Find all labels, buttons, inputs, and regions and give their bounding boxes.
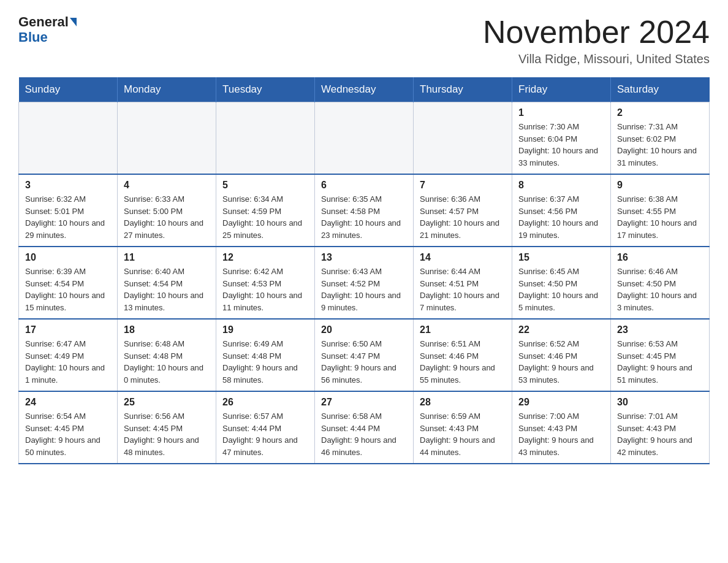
day-of-week-header: Monday <box>118 77 216 102</box>
calendar-cell: 29Sunrise: 7:00 AM Sunset: 4:43 PM Dayli… <box>512 391 611 464</box>
day-info: Sunrise: 6:48 AM Sunset: 4:48 PM Dayligh… <box>124 338 210 386</box>
day-info: Sunrise: 6:42 AM Sunset: 4:53 PM Dayligh… <box>222 266 308 313</box>
day-number: 19 <box>222 324 308 335</box>
calendar-week-row: 10Sunrise: 6:39 AM Sunset: 4:54 PM Dayli… <box>19 247 710 319</box>
calendar-cell: 19Sunrise: 6:49 AM Sunset: 4:48 PM Dayli… <box>216 319 315 391</box>
day-info: Sunrise: 6:32 AM Sunset: 5:01 PM Dayligh… <box>25 193 111 241</box>
day-number: 8 <box>518 180 604 191</box>
calendar-cell <box>118 102 216 175</box>
page-header: General Blue November 2024 Villa Ridge, … <box>18 15 710 66</box>
day-number: 17 <box>25 324 111 335</box>
day-number: 16 <box>617 252 703 263</box>
calendar-cell: 8Sunrise: 6:37 AM Sunset: 4:56 PM Daylig… <box>512 174 611 247</box>
calendar-cell: 9Sunrise: 6:38 AM Sunset: 4:55 PM Daylig… <box>611 174 710 247</box>
day-info: Sunrise: 6:37 AM Sunset: 4:56 PM Dayligh… <box>518 193 604 241</box>
day-number: 26 <box>222 397 308 408</box>
day-number: 25 <box>124 397 210 408</box>
day-of-week-header: Tuesday <box>216 77 315 102</box>
calendar-cell: 6Sunrise: 6:35 AM Sunset: 4:58 PM Daylig… <box>315 174 414 247</box>
calendar-cell: 23Sunrise: 6:53 AM Sunset: 4:45 PM Dayli… <box>611 319 710 391</box>
day-info: Sunrise: 6:45 AM Sunset: 4:50 PM Dayligh… <box>518 266 604 313</box>
calendar-cell: 25Sunrise: 6:56 AM Sunset: 4:45 PM Dayli… <box>118 391 216 464</box>
calendar-cell: 20Sunrise: 6:50 AM Sunset: 4:47 PM Dayli… <box>315 319 414 391</box>
day-number: 27 <box>321 397 407 408</box>
day-number: 29 <box>518 397 604 408</box>
calendar-week-row: 1Sunrise: 7:30 AM Sunset: 6:04 PM Daylig… <box>19 102 710 175</box>
day-info: Sunrise: 7:31 AM Sunset: 6:02 PM Dayligh… <box>617 121 703 169</box>
day-info: Sunrise: 6:53 AM Sunset: 4:45 PM Dayligh… <box>617 338 703 386</box>
day-number: 20 <box>321 324 407 335</box>
calendar-week-row: 17Sunrise: 6:47 AM Sunset: 4:49 PM Dayli… <box>19 319 710 391</box>
location-subtitle: Villa Ridge, Missouri, United States <box>483 52 710 66</box>
day-number: 10 <box>25 252 111 263</box>
day-info: Sunrise: 6:47 AM Sunset: 4:49 PM Dayligh… <box>25 338 111 386</box>
logo-triangle-icon <box>70 18 77 26</box>
day-info: Sunrise: 6:46 AM Sunset: 4:50 PM Dayligh… <box>617 266 703 313</box>
calendar-cell: 28Sunrise: 6:59 AM Sunset: 4:43 PM Dayli… <box>414 391 512 464</box>
day-info: Sunrise: 6:57 AM Sunset: 4:44 PM Dayligh… <box>222 410 308 458</box>
calendar-cell: 1Sunrise: 7:30 AM Sunset: 6:04 PM Daylig… <box>512 102 611 175</box>
day-info: Sunrise: 6:52 AM Sunset: 4:46 PM Dayligh… <box>518 338 604 386</box>
day-info: Sunrise: 6:40 AM Sunset: 4:54 PM Dayligh… <box>124 266 210 313</box>
day-info: Sunrise: 6:51 AM Sunset: 4:46 PM Dayligh… <box>420 338 506 386</box>
day-number: 4 <box>124 180 210 191</box>
day-of-week-header: Saturday <box>611 77 710 102</box>
day-info: Sunrise: 6:49 AM Sunset: 4:48 PM Dayligh… <box>222 338 308 386</box>
day-info: Sunrise: 6:44 AM Sunset: 4:51 PM Dayligh… <box>420 266 506 313</box>
day-number: 13 <box>321 252 407 263</box>
day-info: Sunrise: 7:30 AM Sunset: 6:04 PM Dayligh… <box>518 121 604 169</box>
day-of-week-header: Wednesday <box>315 77 414 102</box>
day-of-week-header: Friday <box>512 77 611 102</box>
day-number: 5 <box>222 180 308 191</box>
day-info: Sunrise: 6:54 AM Sunset: 4:45 PM Dayligh… <box>25 410 111 458</box>
day-number: 18 <box>124 324 210 335</box>
logo-blue: Blue <box>18 29 48 45</box>
day-number: 30 <box>617 397 703 408</box>
day-info: Sunrise: 6:35 AM Sunset: 4:58 PM Dayligh… <box>321 193 407 241</box>
calendar-week-row: 24Sunrise: 6:54 AM Sunset: 4:45 PM Dayli… <box>19 391 710 464</box>
day-info: Sunrise: 6:58 AM Sunset: 4:44 PM Dayligh… <box>321 410 407 458</box>
calendar-cell: 14Sunrise: 6:44 AM Sunset: 4:51 PM Dayli… <box>414 247 512 319</box>
day-number: 3 <box>25 180 111 191</box>
calendar-cell: 30Sunrise: 7:01 AM Sunset: 4:43 PM Dayli… <box>611 391 710 464</box>
day-info: Sunrise: 6:38 AM Sunset: 4:55 PM Dayligh… <box>617 193 703 241</box>
day-info: Sunrise: 7:00 AM Sunset: 4:43 PM Dayligh… <box>518 410 604 458</box>
calendar-cell: 7Sunrise: 6:36 AM Sunset: 4:57 PM Daylig… <box>414 174 512 247</box>
day-info: Sunrise: 6:33 AM Sunset: 5:00 PM Dayligh… <box>124 193 210 241</box>
day-info: Sunrise: 6:56 AM Sunset: 4:45 PM Dayligh… <box>124 410 210 458</box>
calendar-cell: 12Sunrise: 6:42 AM Sunset: 4:53 PM Dayli… <box>216 247 315 319</box>
day-number: 15 <box>518 252 604 263</box>
day-number: 12 <box>222 252 308 263</box>
day-of-week-header: Thursday <box>414 77 512 102</box>
calendar-cell <box>315 102 414 175</box>
day-number: 7 <box>420 180 506 191</box>
day-number: 11 <box>124 252 210 263</box>
day-number: 1 <box>518 107 604 118</box>
day-info: Sunrise: 6:50 AM Sunset: 4:47 PM Dayligh… <box>321 338 407 386</box>
day-number: 2 <box>617 107 703 118</box>
calendar-cell: 10Sunrise: 6:39 AM Sunset: 4:54 PM Dayli… <box>19 247 118 319</box>
day-number: 22 <box>518 324 604 335</box>
calendar-cell: 16Sunrise: 6:46 AM Sunset: 4:50 PM Dayli… <box>611 247 710 319</box>
day-number: 24 <box>25 397 111 408</box>
calendar-cell: 4Sunrise: 6:33 AM Sunset: 5:00 PM Daylig… <box>118 174 216 247</box>
logo-general: General <box>18 15 69 29</box>
day-info: Sunrise: 6:43 AM Sunset: 4:52 PM Dayligh… <box>321 266 407 313</box>
calendar-cell <box>414 102 512 175</box>
calendar-cell: 26Sunrise: 6:57 AM Sunset: 4:44 PM Dayli… <box>216 391 315 464</box>
day-number: 9 <box>617 180 703 191</box>
logo: General Blue <box>18 15 77 45</box>
day-number: 14 <box>420 252 506 263</box>
month-title: November 2024 <box>483 15 710 50</box>
day-number: 23 <box>617 324 703 335</box>
calendar-cell: 17Sunrise: 6:47 AM Sunset: 4:49 PM Dayli… <box>19 319 118 391</box>
calendar-cell: 27Sunrise: 6:58 AM Sunset: 4:44 PM Dayli… <box>315 391 414 464</box>
calendar-week-row: 3Sunrise: 6:32 AM Sunset: 5:01 PM Daylig… <box>19 174 710 247</box>
day-info: Sunrise: 6:34 AM Sunset: 4:59 PM Dayligh… <box>222 193 308 241</box>
calendar-cell: 18Sunrise: 6:48 AM Sunset: 4:48 PM Dayli… <box>118 319 216 391</box>
day-number: 6 <box>321 180 407 191</box>
calendar-header-row: SundayMondayTuesdayWednesdayThursdayFrid… <box>19 77 710 102</box>
day-info: Sunrise: 6:59 AM Sunset: 4:43 PM Dayligh… <box>420 410 506 458</box>
calendar-cell: 2Sunrise: 7:31 AM Sunset: 6:02 PM Daylig… <box>611 102 710 175</box>
title-block: November 2024 Villa Ridge, Missouri, Uni… <box>483 15 710 66</box>
